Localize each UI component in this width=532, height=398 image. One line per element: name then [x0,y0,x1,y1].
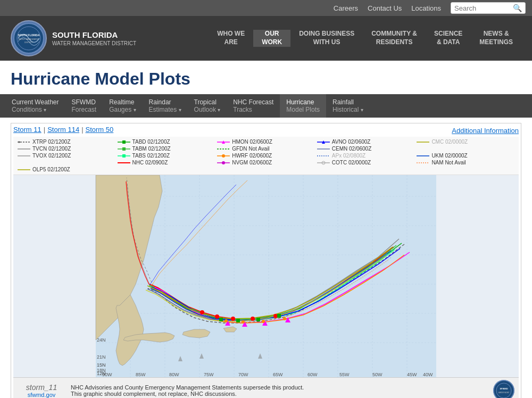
nav-doing-business[interactable]: DOING BUSINESSWITH US [290,30,363,46]
svg-text:SOUTH FLORIDA: SOUTH FLORIDA [18,34,39,37]
nav-news[interactable]: NEWS &MEETINGS [471,30,521,46]
map-footer: storm_11 sfwmd.gov NHC Advisories and Co… [13,377,519,398]
logo-area: SOUTH FLORIDA WATER MANAGEMENT DISTRICT … [11,16,136,61]
svg-marker-6 [19,141,21,143]
legend-cmc: CMC 02/0000Z [417,139,514,145]
legend-avno: AVNO 02/0600Z [317,139,415,145]
plot-container: Storm 11 | Storm 114 | Storm 50 Addition… [11,123,521,398]
svg-rect-74 [256,318,260,321]
svg-point-70 [231,317,235,321]
legend-olp5: OLP5 02/1200Z [18,167,115,172]
legend-tabs: TABS 02/1200Z [118,153,215,159]
svg-point-83 [242,320,245,324]
subnav-nhc-forecast[interactable]: NHC Forecast Tracks [227,94,280,118]
storm-tab-50[interactable]: Storm 50 [86,126,114,134]
legend-empty2 [18,160,115,165]
main-nav: WHO WEARE OURWORK DOING BUSINESSWITH US … [136,30,521,46]
top-bar: Careers Contact Us Locations 🔍 [0,0,532,16]
search-input[interactable] [454,4,513,12]
svg-text:65W: 65W [273,372,283,377]
subnav-realtime-gauges[interactable]: Realtime Gauges ▾ [103,94,142,118]
storm-tabs: Storm 11 | Storm 114 | Storm 50 [13,126,113,134]
svg-text:80W: 80W [169,372,179,377]
svg-text:21N: 21N [97,354,106,360]
page-title: Hurricane Model Plots [11,69,521,89]
svg-rect-76 [219,318,223,321]
svg-point-84 [225,319,228,322]
svg-rect-8 [122,140,126,144]
main-content: Storm 11 | Storm 114 | Storm 50 Addition… [0,118,532,398]
nav-who-we-are[interactable]: WHO WEARE [209,30,253,46]
legend-hmon: HMON 02/0600Z [217,139,315,145]
svg-text:40W: 40W [423,372,433,377]
locations-link[interactable]: Locations [411,4,441,12]
storm-tab-11[interactable]: Storm 11 [13,126,41,134]
storm-tab-114[interactable]: Storm 114 [47,126,79,134]
storm-tab-row: Storm 11 | Storm 114 | Storm 50 Addition… [13,126,519,136]
legend-tvox: TVOX 02/1200Z [18,153,115,159]
footer-storm-label: storm_11 sfwmd.gov [18,383,65,398]
org-name: SOUTH FLORIDA [52,30,136,40]
legend-cemn: CEMN 02/0600Z [317,146,415,152]
svg-rect-73 [277,314,281,318]
logo-icon: SOUTH FLORIDA WATER MANAGEMENT DISTRICT [11,20,47,56]
map-area: 39N 36N 33N 30N 27N 24N 21N 18N 90W 85W … [13,175,519,377]
svg-point-28 [222,161,225,164]
subnav-hurricane-model[interactable]: Hurricane Model Plots [280,94,326,118]
legend-empty1 [417,146,514,152]
svg-point-71 [215,314,219,319]
subnav-tropical-outlook[interactable]: Tropical Outlook ▾ [188,94,227,118]
org-subtitle: WATER MANAGEMENT DISTRICT [52,40,136,47]
nav-community[interactable]: COMMUNITY &RESIDENTS [363,30,426,46]
svg-text:75W: 75W [204,372,214,377]
svg-text:WATER MGMT: WATER MGMT [498,392,510,394]
subnav-rainfall-historical[interactable]: Rainfall Historical ▾ [326,94,370,118]
hurricane-map: 39N 36N 33N 30N 27N 24N 21N 18N 90W 85W … [13,175,519,377]
sub-nav: Current Weather Conditions ▾ SFWMD Forec… [0,94,532,118]
nav-science[interactable]: SCIENCE& DATA [426,30,471,46]
legend-cotc: COTC 02/0000Z [317,160,415,165]
subnav-sfwmd-forecast[interactable]: SFWMD Forecast [65,94,103,118]
svg-text:SFWMD: SFWMD [500,387,508,390]
svg-rect-21 [122,154,126,157]
svg-text:WATER MANAGEMENT: WATER MANAGEMENT [19,38,39,40]
legend-nam: NAM Not Avail [417,160,514,165]
footer-disclaimer: NHC Advisories and County Emergency Mana… [71,384,488,397]
search-wrapper: 🔍 [451,2,526,14]
svg-point-68 [273,314,278,318]
svg-rect-75 [236,319,240,322]
page-title-area: Hurricane Model Plots [0,61,532,94]
svg-point-81 [283,317,286,320]
legend-area: XTRP 02/1200Z TABD 02/1200Z HMON 02/0600… [13,137,519,175]
svg-point-69 [251,317,255,321]
logo-text: SOUTH FLORIDA WATER MANAGEMENT DISTRICT [52,30,136,47]
contact-link[interactable]: Contact Us [368,4,402,12]
search-button[interactable]: 🔍 [513,4,522,12]
svg-point-82 [262,320,265,323]
svg-text:12N: 12N [97,371,106,376]
legend-hwrf: HWRF 02/0600Z [217,153,315,159]
legend-apx: APx 02/0800Z [317,153,415,159]
legend-gfdn: GFDN Not Avail [217,146,315,152]
nav-our-work[interactable]: OURWORK [253,30,290,46]
legend-tvcn: TVCN 02/1200Z [18,146,115,152]
svg-text:85W: 85W [136,372,146,377]
subnav-current-weather[interactable]: Current Weather Conditions ▾ [5,94,65,118]
additional-info-link[interactable]: Additional Information [452,127,519,135]
svg-text:15N: 15N [97,362,106,368]
svg-text:24N: 24N [97,337,106,343]
svg-rect-16 [122,147,126,151]
svg-point-72 [200,310,204,314]
svg-point-23 [222,154,225,157]
legend-nvgm: NVGM 02/0600Z [217,160,315,165]
legend-tabm: TABM 02/1200Z [118,146,215,152]
legend-ukm: UKM 02/0000Z [417,153,514,159]
svg-text:DISTRICT: DISTRICT [24,42,34,44]
careers-link[interactable]: Careers [334,4,358,12]
subnav-raindar[interactable]: Raindar Estimates ▾ [143,94,188,118]
svg-text:50W: 50W [372,372,383,377]
svg-text:70W: 70W [238,372,248,377]
header: SOUTH FLORIDA WATER MANAGEMENT DISTRICT … [0,16,532,61]
legend-tabd: TABD 02/1200Z [118,139,215,145]
svg-text:45W: 45W [407,372,417,377]
